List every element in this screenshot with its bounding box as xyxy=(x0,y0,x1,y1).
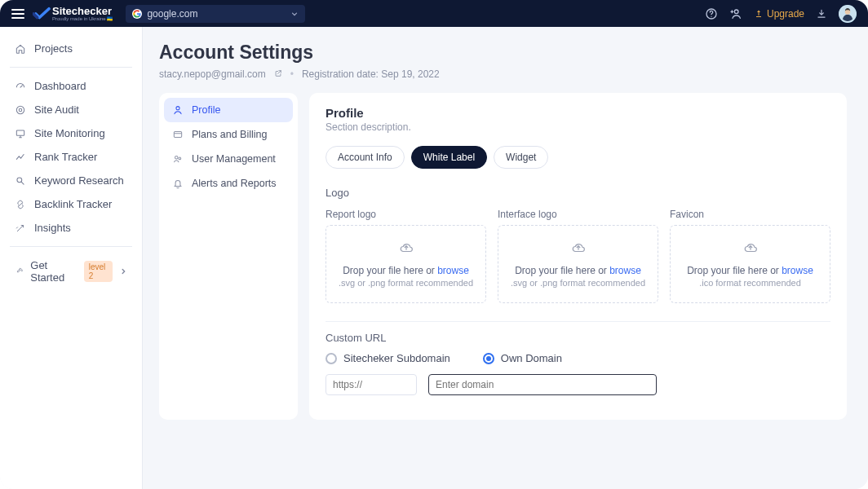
svg-point-6 xyxy=(16,106,24,113)
monitor-icon xyxy=(15,128,26,139)
upgrade-button[interactable]: Upgrade xyxy=(754,8,804,20)
registration-date: Registration date: Sep 19, 2022 xyxy=(302,68,440,80)
browse-link[interactable]: browse xyxy=(437,265,469,276)
tab-white-label[interactable]: White Label xyxy=(411,146,487,169)
svg-point-13 xyxy=(179,157,181,160)
trend-icon xyxy=(15,152,26,163)
top-header: Sitechecker Proudly made in Ukraine 🇺🇦 g… xyxy=(0,0,868,27)
logo-check-icon xyxy=(33,7,47,21)
report-logo-caption: Report logo xyxy=(326,209,486,220)
interface-logo-dropzone[interactable]: Drop your file here or browse .svg or .p… xyxy=(498,225,658,303)
users-icon xyxy=(172,153,184,165)
download-icon[interactable] xyxy=(816,8,827,20)
account-email: stacy.nepop@gmail.com xyxy=(159,68,266,80)
settings-nav: Profile Plans and Billing User Managemen… xyxy=(159,93,298,420)
radio-icon xyxy=(483,353,494,364)
sidebar-item-keyword-research[interactable]: Keyword Research xyxy=(10,169,132,192)
get-started-level-badge: level 2 xyxy=(84,261,113,282)
sidebar-item-site-audit[interactable]: Site Audit xyxy=(10,98,132,121)
card-title: Profile xyxy=(326,106,830,120)
cloud-upload-icon xyxy=(743,240,758,255)
brand-logo[interactable]: Sitechecker Proudly made in Ukraine 🇺🇦 xyxy=(33,6,113,21)
main-sidebar: Projects Dashboard Site Audit Site Monit… xyxy=(0,27,143,489)
project-url-text: google.com xyxy=(147,8,197,20)
sidebar-item-rank-tracker[interactable]: Rank Tracker xyxy=(10,145,132,169)
bell-icon xyxy=(172,178,184,189)
browse-link[interactable]: browse xyxy=(609,265,641,276)
person-icon xyxy=(172,104,184,116)
svg-rect-8 xyxy=(16,130,24,134)
brand-name: Sitechecker xyxy=(52,6,113,16)
interface-logo-caption: Interface logo xyxy=(498,209,658,220)
gauge-icon xyxy=(15,81,26,92)
sidebar-item-get-started[interactable]: Get Started level 2 xyxy=(10,253,132,289)
report-logo-dropzone[interactable]: Drop your file here or browse .svg or .p… xyxy=(326,225,486,303)
svg-point-12 xyxy=(175,156,179,160)
menu-icon[interactable] xyxy=(11,9,24,19)
radio-own-domain[interactable]: Own Domain xyxy=(483,352,562,364)
browse-link[interactable]: browse xyxy=(782,265,813,276)
svg-rect-3 xyxy=(756,16,761,17)
add-user-icon[interactable] xyxy=(729,7,742,20)
brand-tagline: Proudly made in Ukraine 🇺🇦 xyxy=(52,16,113,21)
sidebar-item-projects[interactable]: Projects xyxy=(10,37,132,60)
svg-point-10 xyxy=(176,107,179,110)
external-link-icon[interactable] xyxy=(274,68,282,80)
sidebar-item-backlink-tracker[interactable]: Backlink Tracker xyxy=(10,192,132,216)
svg-rect-11 xyxy=(174,132,181,138)
cloud-upload-icon xyxy=(571,240,586,255)
target-icon xyxy=(15,104,26,116)
chevron-right-icon xyxy=(119,266,127,278)
link-icon xyxy=(15,199,26,210)
tab-widget[interactable]: Widget xyxy=(494,146,548,169)
custom-url-label: Custom URL xyxy=(326,332,830,344)
search-list-icon xyxy=(15,175,26,187)
google-favicon-icon xyxy=(132,9,142,19)
help-icon[interactable] xyxy=(705,7,718,20)
profile-tabs: Account Info White Label Widget xyxy=(326,146,830,169)
settings-nav-profile[interactable]: Profile xyxy=(164,98,293,122)
settings-nav-plans-billing[interactable]: Plans and Billing xyxy=(164,122,293,147)
url-prefix-input[interactable] xyxy=(326,374,417,395)
wand-icon xyxy=(15,222,26,234)
user-avatar[interactable] xyxy=(839,5,857,23)
card-icon xyxy=(172,129,184,140)
radio-sitechecker-subdomain[interactable]: Sitecheker Subdomain xyxy=(326,352,450,364)
page-title: Account Settings xyxy=(159,42,847,64)
rocket-icon xyxy=(15,266,24,277)
favicon-caption: Favicon xyxy=(670,209,830,220)
upgrade-icon xyxy=(754,9,764,19)
svg-point-7 xyxy=(19,108,22,112)
logo-section-label: Logo xyxy=(326,187,830,199)
profile-card: Profile Section description. Account Inf… xyxy=(309,93,847,420)
domain-input[interactable] xyxy=(428,374,657,395)
chevron-down-icon xyxy=(290,10,299,18)
project-url-selector[interactable]: google.com xyxy=(126,5,305,23)
main-content: Account Settings stacy.nepop@gmail.com •… xyxy=(143,27,868,489)
settings-nav-alerts-reports[interactable]: Alerts and Reports xyxy=(164,171,293,196)
home-icon xyxy=(15,43,26,55)
sidebar-item-site-monitoring[interactable]: Site Monitoring xyxy=(10,121,132,145)
radio-icon xyxy=(326,353,337,364)
tab-account-info[interactable]: Account Info xyxy=(326,146,405,169)
sidebar-item-dashboard[interactable]: Dashboard xyxy=(10,74,132,98)
cloud-upload-icon xyxy=(399,240,414,255)
favicon-dropzone[interactable]: Drop your file here or browse .ico forma… xyxy=(670,225,830,303)
svg-point-1 xyxy=(711,15,711,16)
sidebar-item-insights[interactable]: Insights xyxy=(10,216,132,240)
card-subtitle: Section description. xyxy=(326,121,830,133)
settings-nav-user-management[interactable]: User Management xyxy=(164,147,293,171)
svg-point-2 xyxy=(734,10,738,14)
